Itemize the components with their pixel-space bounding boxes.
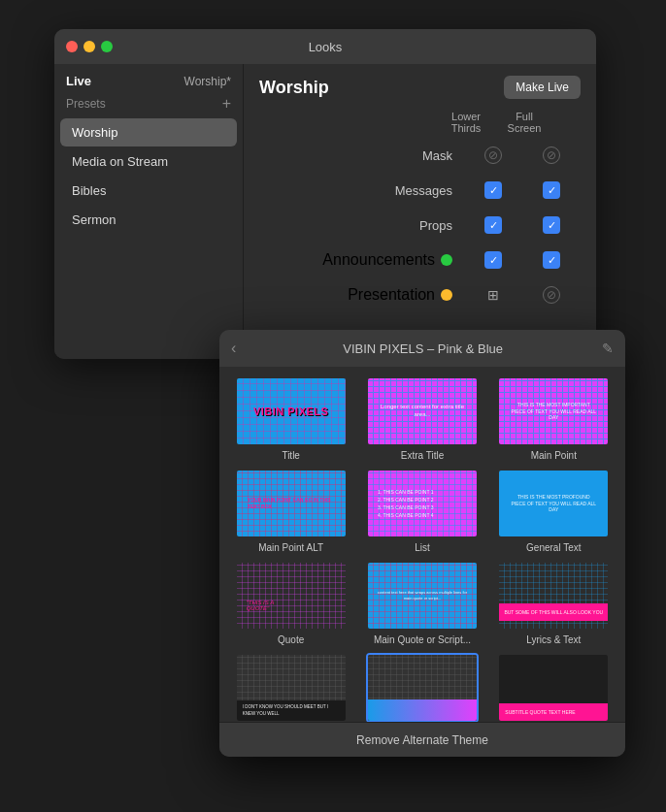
col-lower-thirds: LowerThirds	[437, 111, 495, 134]
theme-item-general-text[interactable]: THIS IS THE MOST PROFOUND PIECE OF TEXT …	[492, 469, 616, 553]
theme-thumbnail-lower-third-up[interactable]	[366, 653, 479, 722]
announcements-status-dot	[441, 254, 452, 266]
props-full-cell[interactable]: ✓	[522, 216, 581, 234]
theme-thumbnail-general-lyrics[interactable]: I DON'T KNOW YOU SHOULD MEET BUT I KNEW …	[235, 653, 348, 722]
looks-table: LowerThirds FullScreen Mask ⊘ ⊘	[259, 111, 581, 310]
presentation-full-cell[interactable]: ⊘	[522, 286, 581, 304]
theme-label-title: Title	[282, 450, 300, 461]
theme-thumbnail-main-point[interactable]: THIS IS THE MOST IMPORTANT PIECE OF TEXT…	[497, 376, 610, 446]
theme-thumbnail-extra-title[interactable]: Longer text content for extra title area…	[366, 376, 479, 446]
theme-label-main-quote-script: Main Quote or Script...	[374, 634, 471, 645]
overlay-window: ‹ VIBIN PIXELS – Pink & Blue ✎ VIBIN PIX…	[219, 330, 625, 757]
sidebar-presets-row: Presets +	[54, 94, 243, 117]
overlay-title: VIBIN PIXELS – Pink & Blue	[244, 341, 602, 356]
presentation-left: Presentation	[259, 286, 464, 304]
messages-lower-checkbox[interactable]: ✓	[484, 181, 502, 199]
row-label-props: Props	[259, 218, 464, 233]
announcements-full-checkbox[interactable]: ✓	[543, 251, 560, 269]
table-row-messages: Messages ✓ ✓	[259, 175, 581, 206]
presentation-grid-icon[interactable]: ⊞	[487, 287, 499, 303]
row-cells-mask: ⊘ ⊘	[464, 146, 581, 164]
overlay-title-bar: ‹ VIBIN PIXELS – Pink & Blue ✎	[219, 330, 625, 367]
announcements-full-cell[interactable]: ✓	[522, 251, 581, 269]
table-row-mask: Mask ⊘ ⊘	[259, 140, 581, 171]
messages-full-checkbox[interactable]: ✓	[543, 181, 560, 199]
content-title: Worship	[259, 78, 329, 98]
theme-label-extra-title: Extra Title	[401, 450, 444, 461]
props-lower-checkbox[interactable]: ✓	[484, 216, 502, 234]
overlay-body: VIBIN PIXELS Title Longer text content f…	[219, 367, 625, 722]
sidebar-add-button[interactable]: +	[222, 96, 231, 112]
content-header: Worship Make Live	[259, 76, 581, 99]
theme-item-quote[interactable]: "THIS IS AQUOTE" Quote	[229, 561, 352, 645]
edit-button[interactable]: ✎	[602, 341, 614, 356]
theme-item-list[interactable]: 1. THIS CAN BE POINT 1 2. THIS CAN BE PO…	[360, 469, 483, 553]
messages-lower-cell[interactable]: ✓	[464, 181, 522, 199]
theme-item-lower-third-quote[interactable]: SUBTITLE QUOTE TEXT HERE Lower Third Quo…	[492, 653, 616, 722]
row-label-presentation: Presentation	[348, 286, 435, 304]
row-cells-props: ✓ ✓	[464, 216, 581, 234]
theme-thumbnail-title[interactable]: VIBIN PIXELS	[235, 376, 348, 446]
title-bar: Looks	[54, 29, 596, 64]
theme-item-general-lyrics[interactable]: I DON'T KNOW YOU SHOULD MEET BUT I KNEW …	[229, 653, 352, 722]
remove-alternate-theme-button[interactable]: Remove Alternate Theme	[356, 733, 488, 747]
table-row-presentation: Presentation ⊞ ⊘	[259, 279, 581, 310]
theme-item-extra-title[interactable]: Longer text content for extra title area…	[360, 376, 483, 461]
presentation-status-dot	[441, 289, 452, 301]
presentation-lower-cell[interactable]: ⊞	[464, 286, 522, 304]
announcements-lower-checkbox[interactable]: ✓	[484, 251, 502, 269]
col-full-screen: FullScreen	[495, 111, 553, 134]
theme-item-title[interactable]: VIBIN PIXELS Title	[229, 376, 352, 461]
sidebar-item-worship[interactable]: Worship	[60, 118, 237, 146]
mask-lower-checkbox[interactable]: ⊘	[484, 146, 502, 164]
theme-item-lower-third-up[interactable]: Lower Third Text - Up...	[360, 653, 483, 722]
window-body: Live Worship* Presets + Worship Media on…	[54, 64, 596, 359]
theme-label-quote: Quote	[278, 634, 304, 645]
theme-label-main-point-alt: Main Point ALT	[258, 542, 323, 553]
close-button[interactable]	[66, 41, 78, 52]
minimize-button[interactable]	[83, 41, 95, 52]
presentation-full-checkbox[interactable]: ⊘	[543, 286, 560, 304]
theme-thumbnail-lower-third-quote[interactable]: SUBTITLE QUOTE TEXT HERE	[497, 653, 610, 722]
make-live-button[interactable]: Make Live	[504, 76, 581, 99]
props-full-checkbox[interactable]: ✓	[543, 216, 560, 234]
row-label-mask: Mask	[259, 148, 464, 163]
theme-thumbnail-lyrics-text[interactable]: BUT SOME OF THIS WILL ALSO LOOK YOU	[497, 561, 610, 631]
sidebar-live-preset: Worship*	[184, 75, 231, 88]
theme-item-main-point-alt[interactable]: YOUR MAIN POINT CAN GO IN THIS TEXT BOX …	[229, 469, 352, 553]
table-header: LowerThirds FullScreen	[259, 111, 581, 134]
table-row-announcements: Announcements ✓ ✓	[259, 244, 581, 276]
theme-item-main-quote-script[interactable]: content text here that wraps across mult…	[360, 561, 483, 645]
theme-item-lyrics-text[interactable]: BUT SOME OF THIS WILL ALSO LOOK YOU Lyri…	[492, 561, 616, 645]
themes-grid: VIBIN PIXELS Title Longer text content f…	[229, 376, 616, 722]
mask-full-checkbox[interactable]: ⊘	[543, 146, 560, 164]
theme-thumbnail-list[interactable]: 1. THIS CAN BE POINT 1 2. THIS CAN BE PO…	[366, 469, 479, 538]
row-cells-announcements: ✓ ✓	[464, 251, 581, 269]
mask-lower-cell[interactable]: ⊘	[464, 146, 522, 164]
sidebar-item-media-on-stream[interactable]: Media on Stream	[60, 147, 237, 176]
row-label-messages: Messages	[259, 183, 464, 198]
window-title: Looks	[309, 40, 343, 54]
theme-thumbnail-main-point-alt[interactable]: YOUR MAIN POINT CAN GO IN THIS TEXT BOX	[235, 469, 348, 538]
sidebar-item-sermon[interactable]: Sermon	[60, 206, 237, 234]
row-label-announcements: Announcements	[322, 251, 435, 269]
overlay-footer: Remove Alternate Theme	[219, 722, 625, 757]
theme-thumbnail-main-quote-script[interactable]: content text here that wraps across mult…	[366, 561, 479, 631]
sidebar-header: Live Worship*	[54, 68, 243, 94]
theme-thumbnail-general-text[interactable]: THIS IS THE MOST PROFOUND PIECE OF TEXT …	[497, 469, 610, 538]
mask-full-cell[interactable]: ⊘	[522, 146, 581, 164]
announcements-left: Announcements	[259, 251, 464, 269]
sidebar: Live Worship* Presets + Worship Media on…	[54, 64, 244, 359]
props-lower-cell[interactable]: ✓	[464, 216, 522, 234]
sidebar-live-label: Live	[66, 74, 91, 88]
theme-label-lyrics-text: Lyrics & Text	[526, 634, 581, 645]
messages-full-cell[interactable]: ✓	[522, 181, 581, 199]
theme-item-main-point[interactable]: THIS IS THE MOST IMPORTANT PIECE OF TEXT…	[492, 376, 616, 461]
sidebar-item-bibles[interactable]: Bibles	[60, 177, 237, 205]
main-content: Worship Make Live LowerThirds FullScreen…	[244, 64, 596, 359]
theme-label-main-point: Main Point	[531, 450, 577, 461]
announcements-lower-cell[interactable]: ✓	[464, 251, 522, 269]
theme-thumbnail-quote[interactable]: "THIS IS AQUOTE"	[235, 561, 348, 631]
zoom-button[interactable]	[101, 41, 113, 52]
back-button[interactable]: ‹	[231, 340, 236, 357]
